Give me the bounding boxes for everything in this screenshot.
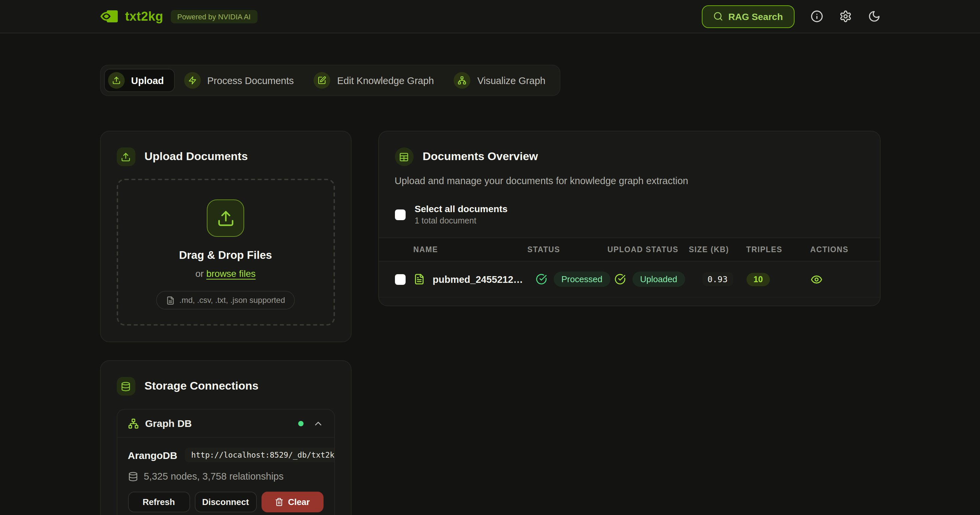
select-all-row[interactable]: Select all documents 1 total document xyxy=(395,203,864,226)
storage-connections-card: Storage Connections Graph DB xyxy=(100,360,351,515)
edit-pen-icon xyxy=(314,72,331,89)
storage-card-title: Storage Connections xyxy=(145,380,259,393)
row-checkbox[interactable] xyxy=(395,274,405,285)
size-value: 0.93 xyxy=(702,272,733,286)
graph-db-label: Graph DB xyxy=(145,418,192,429)
clear-button-label: Clear xyxy=(288,497,310,507)
column-header-triples: TRIPLES xyxy=(746,245,800,253)
check-circle-icon xyxy=(614,273,625,285)
file-icon xyxy=(166,296,175,305)
triples-count-badge: 10 xyxy=(746,272,770,286)
documents-card-subtitle: Upload and manage your documents for kno… xyxy=(395,175,864,186)
tab-upload[interactable]: Upload xyxy=(104,69,175,92)
total-documents-label: 1 total document xyxy=(415,216,508,226)
app-root: txt2kg Powered by NVIDIA AI RAG Search xyxy=(0,0,980,515)
upload-documents-card: Upload Documents Drag & Drop Files or br… xyxy=(100,131,351,342)
select-all-checkbox[interactable] xyxy=(395,209,405,220)
status-badge: Processed xyxy=(554,272,611,287)
graph-db-details: ArangoDB http://localhost:8529/_db/txt2k… xyxy=(117,437,334,515)
network-icon xyxy=(128,418,138,429)
moon-theme-icon[interactable] xyxy=(868,10,880,23)
column-header-actions: ACTIONS xyxy=(800,245,864,253)
column-header-size: SIZE (KB) xyxy=(689,245,746,253)
powered-by-badge: Powered by NVIDIA AI xyxy=(170,10,257,23)
tab-label: Edit Knowledge Graph xyxy=(337,75,434,86)
document-filename: pubmed_24552120.txt xyxy=(433,274,527,285)
supported-formats-badge: .md, .csv, .txt, .json supported xyxy=(156,291,295,310)
column-header-status: STATUS xyxy=(527,245,608,253)
graph-db-stats: 5,325 nodes, 3,758 relationships xyxy=(144,471,283,482)
graph-db-header[interactable]: Graph DB xyxy=(117,410,334,437)
graph-db-url: http://localhost:8529/_db/txt2kg xyxy=(185,448,334,462)
table-icon xyxy=(395,148,413,166)
rag-search-label: RAG Search xyxy=(729,11,783,22)
tab-label: Visualize Graph xyxy=(477,75,546,86)
top-header: txt2kg Powered by NVIDIA AI RAG Search xyxy=(0,0,980,33)
tab-label: Upload xyxy=(131,75,164,86)
disconnect-button[interactable]: Disconnect xyxy=(194,492,256,512)
browse-files-link[interactable]: browse files xyxy=(206,268,256,279)
app-title: txt2kg xyxy=(125,9,163,24)
upload-icon xyxy=(116,148,135,166)
documents-overview-card: Documents Overview Upload and manage you… xyxy=(378,131,880,306)
select-all-label: Select all documents xyxy=(415,203,508,214)
dropzone-title: Drag & Drop Files xyxy=(130,249,321,262)
supported-formats-text: .md, .csv, .txt, .json supported xyxy=(179,296,285,305)
info-icon[interactable] xyxy=(810,10,823,23)
tab-process-documents[interactable]: Process Documents xyxy=(180,69,305,92)
nvidia-logo-icon xyxy=(100,10,118,23)
brand: txt2kg Powered by NVIDIA AI xyxy=(100,9,257,24)
graph-db-panel: Graph DB ArangoDB xyxy=(116,409,334,515)
or-text: or xyxy=(196,268,204,279)
table-header: NAME STATUS UPLOAD STATUS SIZE (KB) TRIP… xyxy=(379,237,880,262)
trash-icon xyxy=(275,498,283,506)
tab-label: Process Documents xyxy=(207,75,294,86)
file-dropzone[interactable]: Drag & Drop Files or browse files .md, .… xyxy=(116,179,334,326)
clear-button[interactable]: Clear xyxy=(261,492,323,512)
tab-edit-knowledge-graph[interactable]: Edit Knowledge Graph xyxy=(310,69,445,92)
table-row: pubmed_24552120.txt Processed xyxy=(379,262,880,297)
network-icon xyxy=(454,72,471,89)
tab-visualize-graph[interactable]: Visualize Graph xyxy=(450,69,556,92)
eye-view-icon[interactable] xyxy=(810,273,822,285)
zap-icon xyxy=(184,72,200,89)
header-actions: RAG Search xyxy=(702,5,880,28)
tab-bar: Upload Process Documents Edit Knowledge … xyxy=(100,65,560,96)
database-icon xyxy=(116,377,135,396)
graph-db-provider: ArangoDB xyxy=(128,449,177,461)
file-text-icon xyxy=(413,273,425,285)
rag-search-button[interactable]: RAG Search xyxy=(702,5,794,28)
chevron-up-icon[interactable] xyxy=(313,418,323,429)
documents-card-title: Documents Overview xyxy=(423,150,538,164)
main-content: Upload Process Documents Edit Knowledge … xyxy=(100,33,880,515)
check-circle-icon xyxy=(535,273,547,285)
search-icon xyxy=(713,11,723,21)
upload-icon xyxy=(207,199,244,237)
upload-icon xyxy=(108,72,124,89)
refresh-button[interactable]: Refresh xyxy=(128,492,190,512)
column-header-name: NAME xyxy=(395,245,527,253)
upload-card-title: Upload Documents xyxy=(145,150,248,164)
upload-status-badge: Uploaded xyxy=(632,272,685,287)
settings-gear-icon[interactable] xyxy=(839,10,851,23)
connected-status-dot xyxy=(298,421,303,426)
database-icon xyxy=(128,471,138,481)
column-header-upload-status: UPLOAD STATUS xyxy=(608,245,689,253)
